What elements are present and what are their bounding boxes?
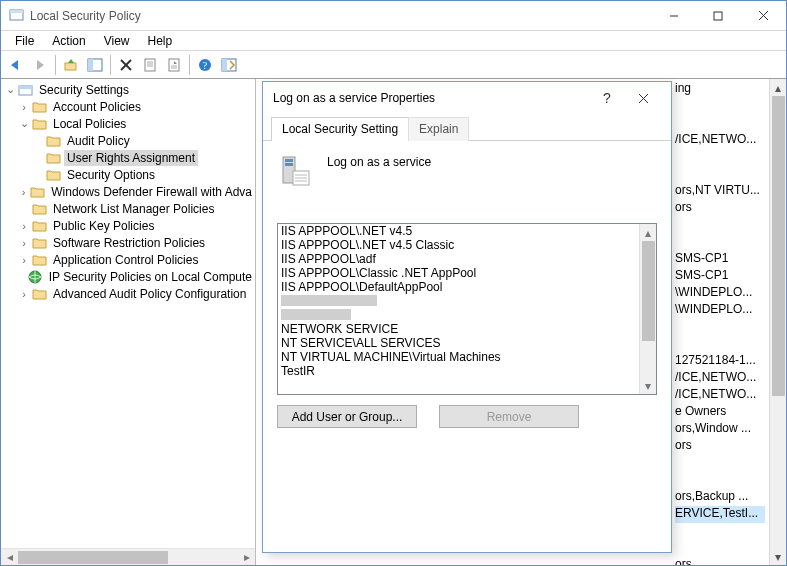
dialog-heading: Log on as a service [327,153,431,169]
listbox-item[interactable]: NETWORK SERVICE [281,322,636,336]
minimize-button[interactable] [652,1,696,30]
users-listbox[interactable]: IIS APPPOOL\.NET v4.5IIS APPPOOL\.NET v4… [277,223,657,395]
svg-rect-8 [88,59,93,71]
tree-item[interactable]: ›Application Control Policies [3,251,255,268]
list-row-value[interactable] [675,234,765,251]
tree-item[interactable]: ›Software Restriction Policies [3,234,255,251]
list-row-value[interactable]: ors,Backup ... [675,489,765,506]
svg-rect-6 [65,63,76,70]
window-title: Local Security Policy [30,9,141,23]
list-row-value[interactable]: ors,Window ... [675,421,765,438]
up-button[interactable] [60,54,82,76]
tree-item[interactable]: ⌄Security Settings [3,81,255,98]
folder-icon [31,202,47,216]
menu-file[interactable]: File [7,32,42,50]
listbox-item[interactable]: NT VIRTUAL MACHINE\Virtual Machines [281,350,636,364]
list-row-value[interactable] [675,166,765,183]
list-row-value[interactable]: ors [675,200,765,217]
collapse-icon[interactable]: ⌄ [3,83,17,96]
list-row-value[interactable]: SMS-CP1 [675,268,765,285]
list-row-value[interactable] [675,336,765,353]
expand-icon[interactable]: › [17,186,30,198]
list-row-value[interactable]: 127521184-1... [675,353,765,370]
list-row-value[interactable] [675,540,765,557]
back-button[interactable] [5,54,27,76]
list-row-value[interactable]: \WINDEPLO... [675,302,765,319]
menu-view[interactable]: View [96,32,138,50]
tree-item-label: Security Settings [36,82,132,98]
list-row-value[interactable] [675,455,765,472]
expand-icon[interactable]: › [17,237,31,249]
list-row-value[interactable]: \WINDEPLO... [675,285,765,302]
list-row-value[interactable]: SMS-CP1 [675,251,765,268]
tree-horizontal-scrollbar[interactable]: ◂▸ [1,548,255,565]
tree-item[interactable]: IP Security Policies on Local Compute [3,268,255,285]
dialog-close-button[interactable] [625,93,661,104]
dialog-help-button[interactable]: ? [589,90,625,106]
menu-action[interactable]: Action [44,32,93,50]
list-row-value[interactable]: ors [675,438,765,455]
listbox-item[interactable]: IIS APPPOOL\.NET v4.5 Classic [281,238,636,252]
folder-icon [45,134,61,148]
tree-item[interactable]: Network List Manager Policies [3,200,255,217]
tree-item-label: Application Control Policies [50,252,201,268]
tree-item[interactable]: ›Windows Defender Firewall with Adva [3,183,255,200]
listbox-item[interactable]: IIS APPPOOL\DefaultAppPool [281,280,636,294]
refresh-button[interactable] [218,54,240,76]
tree-item[interactable]: ›Account Policies [3,98,255,115]
listbox-item[interactable]: TestIR [281,364,636,378]
list-row-value[interactable] [675,523,765,540]
list-row-value[interactable]: /ICE,NETWO... [675,387,765,404]
close-button[interactable] [740,1,786,30]
remove-button[interactable]: Remove [439,405,579,428]
menubar: File Action View Help [1,31,786,51]
list-row-value[interactable] [675,217,765,234]
forward-button[interactable] [29,54,51,76]
tab-explain[interactable]: Explain [408,117,469,141]
details-vertical-scrollbar[interactable]: ▴ ▾ [769,79,786,565]
app-window: Local Security Policy File Action View H… [0,0,787,566]
expand-icon[interactable]: › [17,254,31,266]
expand-icon[interactable]: › [17,288,31,300]
tree[interactable]: ⌄Security Settings›Account Policies⌄Loca… [1,79,255,548]
list-row-value[interactable]: /ICE,NETWO... [675,370,765,387]
listbox-item[interactable]: IIS APPPOOL\adf [281,252,636,266]
tree-item[interactable]: ⌄Local Policies [3,115,255,132]
list-row-value[interactable] [675,472,765,489]
tree-item-label: Audit Policy [64,133,133,149]
export-list-button[interactable] [163,54,185,76]
list-row-value[interactable]: ors [675,557,765,565]
help-button[interactable]: ? [194,54,216,76]
collapse-icon[interactable]: ⌄ [17,117,31,130]
tree-item[interactable]: User Rights Assignment [3,149,255,166]
list-row-value[interactable]: ors,NT VIRTU... [675,183,765,200]
list-row-value[interactable] [675,319,765,336]
list-row-value[interactable] [675,115,765,132]
listbox-item[interactable]: IIS APPPOOL\.NET v4.5 [281,224,636,238]
delete-button[interactable] [115,54,137,76]
menu-help[interactable]: Help [140,32,181,50]
tree-item[interactable]: Security Options [3,166,255,183]
expand-icon[interactable]: › [17,101,31,113]
tree-item[interactable]: ›Public Key Policies [3,217,255,234]
column-header[interactable]: ing [675,81,765,98]
list-row-value[interactable] [675,149,765,166]
list-row-value[interactable]: /ICE,NETWO... [675,132,765,149]
listbox-item[interactable]: IIS APPPOOL\Classic .NET AppPool [281,266,636,280]
tree-item-label: Public Key Policies [50,218,157,234]
list-row-value[interactable]: ERVICE,TestI... [675,506,765,523]
maximize-button[interactable] [696,1,740,30]
listbox-item[interactable] [281,294,636,308]
properties-button[interactable] [139,54,161,76]
add-user-or-group-button[interactable]: Add User or Group... [277,405,417,428]
listbox-scrollbar[interactable]: ▴▾ [639,224,656,394]
listbox-item[interactable] [281,308,636,322]
show-hide-tree-button[interactable] [84,54,106,76]
list-row-value[interactable] [675,98,765,115]
listbox-item[interactable]: NT SERVICE\ALL SERVICES [281,336,636,350]
tree-item[interactable]: ›Advanced Audit Policy Configuration [3,285,255,302]
tab-local-security-setting[interactable]: Local Security Setting [271,117,409,141]
tree-item[interactable]: Audit Policy [3,132,255,149]
expand-icon[interactable]: › [17,220,31,232]
list-row-value[interactable]: e Owners [675,404,765,421]
